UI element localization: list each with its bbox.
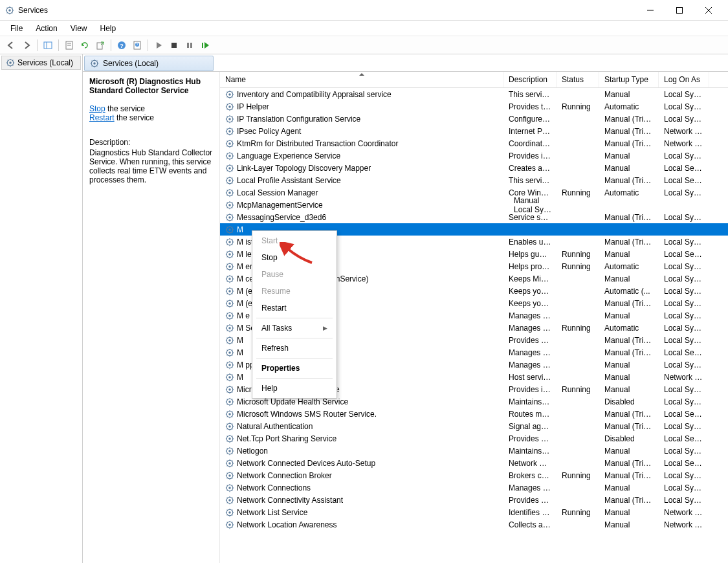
service-description: Keeps your ... (503, 287, 557, 296)
service-startup: Automatic (... (599, 287, 659, 296)
service-logon: Local Syste... (659, 422, 709, 431)
forward-button[interactable] (19, 38, 34, 52)
service-row[interactable]: IPsec Policy Agent Internet Pro... Manua… (220, 125, 728, 137)
gear-icon (225, 250, 234, 259)
service-name: Network Connected Devices Auto-Setup (237, 459, 375, 468)
column-description[interactable]: Description (503, 72, 557, 87)
gear-icon (225, 410, 234, 419)
service-row[interactable]: Local Session Manager Core Windo... Runn… (220, 186, 728, 199)
service-startup: Manual (599, 311, 659, 320)
service-name: IP Translation Configuration Service (237, 115, 360, 124)
service-logon: Local Syste... (659, 90, 709, 99)
tree-root-item[interactable]: Services (Local) (1, 56, 81, 70)
menu-view[interactable]: View (64, 23, 94, 34)
service-row[interactable]: IP Helper Provides tu... Running Automat… (220, 100, 728, 113)
service-description: Helps prote... (503, 262, 557, 271)
service-name: M (237, 336, 243, 345)
svg-text:?: ? (120, 43, 124, 49)
context-stop[interactable]: Stop (254, 249, 335, 266)
minimize-button[interactable] (635, 1, 665, 20)
service-name: M (237, 373, 243, 382)
service-name: Language Experience Service (237, 151, 340, 160)
svg-rect-27 (190, 43, 192, 48)
service-name: MessagingService_d3ed6 (237, 213, 326, 222)
service-name: Network List Service (237, 508, 307, 517)
context-properties[interactable]: Properties (254, 360, 335, 377)
service-row[interactable]: Network Location Awareness Collects an..… (220, 518, 728, 531)
help-button[interactable]: ? (115, 38, 129, 52)
service-row[interactable]: Network Connection Broker Brokers con...… (220, 469, 728, 481)
service-description: Provides inf... (503, 385, 557, 394)
gear-icon (225, 385, 234, 394)
context-refresh[interactable]: Refresh (254, 340, 335, 357)
service-startup: Manual (Trig... (599, 336, 659, 345)
service-row[interactable]: Network Connections Manages o... Manual … (220, 481, 728, 494)
menu-help[interactable]: Help (94, 23, 123, 34)
gear-icon (225, 139, 234, 148)
service-startup: Manual (599, 520, 659, 529)
service-logon: Network S... (659, 127, 709, 136)
restart-service-button[interactable] (198, 38, 212, 52)
service-row[interactable]: Netlogon Maintains a ... Manual Local Sy… (220, 445, 728, 457)
service-logon: Local Syste... (659, 385, 709, 394)
service-row[interactable]: Local Profile Assistant Service This ser… (220, 174, 728, 186)
gear-icon (225, 311, 234, 320)
gear-icon (225, 348, 234, 357)
service-row[interactable]: IP Translation Configuration Service Con… (220, 113, 728, 125)
context-all-tasks[interactable]: All Tasks▶ (254, 320, 335, 337)
service-logon: Local Syste... (659, 471, 709, 480)
gear-icon (225, 496, 234, 505)
properties-button[interactable] (62, 38, 76, 52)
service-status: Running (557, 250, 599, 259)
service-row[interactable]: Network List Service Identifies th... Ru… (220, 506, 728, 518)
service-row[interactable]: Network Connected Devices Auto-Setup Net… (220, 457, 728, 469)
service-startup: Manual (Trig... (599, 496, 659, 505)
column-name[interactable]: Name (220, 72, 503, 87)
back-button[interactable] (4, 38, 18, 52)
column-status[interactable]: Status (557, 72, 599, 87)
pause-service-button[interactable] (182, 38, 197, 52)
stop-service-link[interactable]: Stop (89, 104, 105, 113)
menu-action[interactable]: Action (29, 23, 63, 34)
export-button[interactable] (93, 38, 107, 52)
service-logon: Local Syste... (659, 262, 709, 271)
service-row[interactable]: Net.Tcp Port Sharing Service Provides ab… (220, 432, 728, 445)
service-row[interactable]: Network Connectivity Assistant Provides … (220, 494, 728, 506)
context-restart[interactable]: Restart (254, 300, 335, 316)
menu-bar: FileActionViewHelp (0, 21, 728, 36)
gear-icon (225, 434, 234, 443)
refresh-button[interactable] (78, 38, 92, 52)
service-startup: Manual (Trig... (599, 348, 659, 357)
service-row[interactable]: Language Experience Service Provides inf… (220, 149, 728, 162)
maximize-button[interactable] (665, 1, 694, 20)
service-description: Provides Dir... (503, 496, 557, 505)
help-topics-button[interactable]: ? (130, 38, 144, 52)
service-row[interactable]: Microsoft Windows SMS Router Service. Ro… (220, 408, 728, 420)
selected-service-title: Microsoft (R) Diagnostics Hub Standard C… (89, 77, 213, 95)
show-hide-tree-button[interactable] (41, 38, 55, 52)
restart-service-link[interactable]: Restart (89, 113, 115, 122)
svg-rect-28 (202, 43, 203, 48)
gear-icon (225, 127, 234, 136)
service-status: Running (557, 508, 599, 517)
list-header: Name Description Status Startup Type Log… (220, 72, 728, 88)
service-row[interactable]: Link-Layer Topology Discovery Mapper Cre… (220, 162, 728, 174)
service-logon: Local Syste... (659, 336, 709, 345)
stop-service-button[interactable] (167, 38, 181, 52)
service-row[interactable]: Inventory and Compatibility Appraisal se… (220, 88, 728, 100)
start-service-button[interactable] (151, 38, 166, 52)
service-name: M (237, 348, 243, 357)
menu-file[interactable]: File (4, 23, 29, 34)
column-log-on-as[interactable]: Log On As (659, 72, 709, 87)
service-row[interactable]: MessagingService_d3ed6 Service sup... Ma… (220, 211, 728, 223)
close-button[interactable] (694, 1, 723, 20)
service-row[interactable]: Natural Authentication Signal aggr... Ma… (220, 420, 728, 432)
column-startup-type[interactable]: Startup Type (599, 72, 659, 87)
context-help[interactable]: Help (254, 380, 335, 397)
service-startup: Manual (Trig... (599, 410, 659, 419)
service-status: Running (557, 385, 599, 394)
service-row[interactable]: KtmRm for Distributed Transaction Coordi… (220, 137, 728, 149)
gear-icon (225, 508, 234, 517)
service-row[interactable]: McpManagementService Manual Local Syste.… (220, 199, 728, 211)
service-description: Configures ... (503, 115, 557, 124)
